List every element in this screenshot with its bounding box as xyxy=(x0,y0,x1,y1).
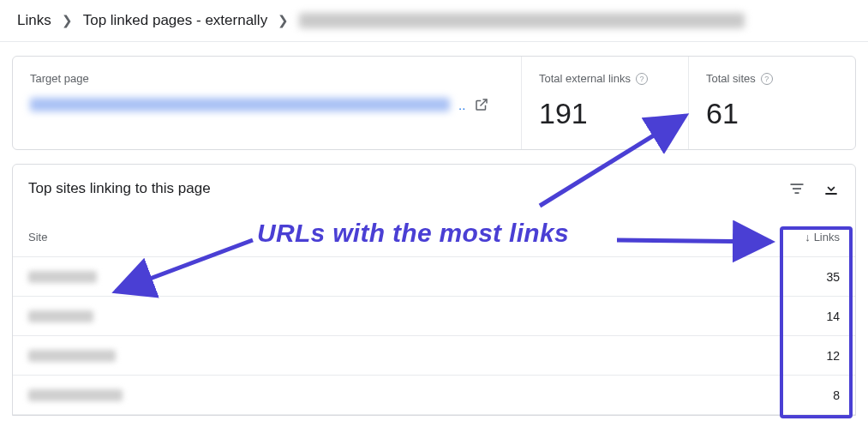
breadcrumb-current-url xyxy=(299,13,745,28)
help-icon[interactable]: ? xyxy=(761,73,773,85)
card-external-label: Total external links xyxy=(539,72,631,85)
filter-icon[interactable] xyxy=(788,180,805,197)
links-count: 14 xyxy=(771,310,840,323)
chevron-right-icon: ❯ xyxy=(62,13,73,28)
annotation-label: URLs with the most links xyxy=(257,219,569,248)
site-domain xyxy=(28,350,116,362)
table-row[interactable]: 35 xyxy=(13,257,855,297)
download-icon[interactable] xyxy=(823,180,840,197)
open-external-icon[interactable] xyxy=(474,97,489,112)
site-domain xyxy=(28,271,97,283)
card-total-sites: Total sites ? 61 xyxy=(688,57,855,149)
top-sites-panel: Top sites linking to this page Site ↓ Li… xyxy=(12,164,856,416)
card-sites-label: Total sites xyxy=(706,72,756,85)
site-domain xyxy=(28,310,93,322)
target-page-url[interactable] xyxy=(30,98,450,111)
svg-rect-3 xyxy=(825,193,836,195)
breadcrumb-top-linked[interactable]: Top linked pages - externally xyxy=(83,12,267,29)
table-row[interactable]: 14 xyxy=(13,297,855,336)
svg-rect-0 xyxy=(791,183,804,185)
breadcrumb-links[interactable]: Links xyxy=(17,12,51,29)
sort-desc-icon: ↓ xyxy=(805,231,811,244)
svg-rect-1 xyxy=(793,188,801,189)
links-count: 35 xyxy=(771,270,840,284)
svg-rect-2 xyxy=(795,192,799,194)
table-row[interactable]: 12 xyxy=(13,336,855,376)
col-links-label: Links xyxy=(814,231,840,244)
links-count: 12 xyxy=(771,349,840,363)
table-row[interactable]: 8 xyxy=(13,376,855,415)
panel-title: Top sites linking to this page xyxy=(28,180,788,197)
chevron-right-icon: ❯ xyxy=(278,13,289,28)
links-count: 8 xyxy=(771,388,840,402)
card-sites-value: 61 xyxy=(706,97,838,130)
card-external-links: Total external links ? 191 xyxy=(521,57,688,149)
summary-cards: Target page .. Total external links ? 19… xyxy=(12,56,856,150)
card-target-page: Target page .. xyxy=(13,57,521,149)
col-links-header[interactable]: ↓ Links xyxy=(771,231,840,244)
target-page-ellipsis: .. xyxy=(458,98,465,112)
card-target-label: Target page xyxy=(30,72,504,85)
site-domain xyxy=(28,389,123,401)
help-icon[interactable]: ? xyxy=(636,73,648,85)
breadcrumb: Links ❯ Top linked pages - externally ❯ xyxy=(0,0,868,42)
card-external-value: 191 xyxy=(539,97,671,130)
